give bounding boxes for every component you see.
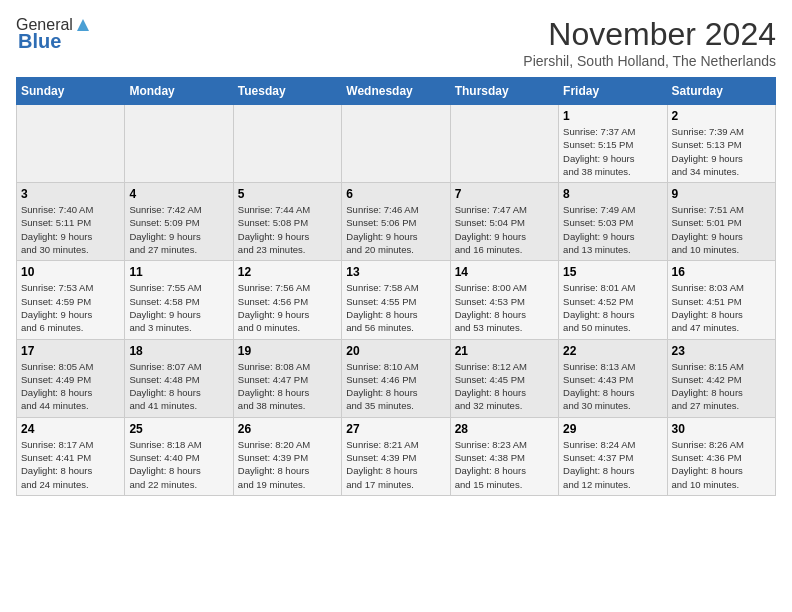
header-saturday: Saturday xyxy=(667,78,775,105)
calendar-cell xyxy=(450,105,558,183)
header-tuesday: Tuesday xyxy=(233,78,341,105)
day-info: Sunrise: 8:00 AM Sunset: 4:53 PM Dayligh… xyxy=(455,281,554,334)
header-monday: Monday xyxy=(125,78,233,105)
calendar-cell: 29Sunrise: 8:24 AM Sunset: 4:37 PM Dayli… xyxy=(559,417,667,495)
calendar-cell: 15Sunrise: 8:01 AM Sunset: 4:52 PM Dayli… xyxy=(559,261,667,339)
svg-marker-0 xyxy=(77,19,89,31)
calendar-cell: 22Sunrise: 8:13 AM Sunset: 4:43 PM Dayli… xyxy=(559,339,667,417)
header-friday: Friday xyxy=(559,78,667,105)
calendar-week-row: 17Sunrise: 8:05 AM Sunset: 4:49 PM Dayli… xyxy=(17,339,776,417)
day-info: Sunrise: 8:17 AM Sunset: 4:41 PM Dayligh… xyxy=(21,438,120,491)
calendar-cell: 30Sunrise: 8:26 AM Sunset: 4:36 PM Dayli… xyxy=(667,417,775,495)
calendar-cell: 11Sunrise: 7:55 AM Sunset: 4:58 PM Dayli… xyxy=(125,261,233,339)
day-info: Sunrise: 7:39 AM Sunset: 5:13 PM Dayligh… xyxy=(672,125,771,178)
calendar-cell: 2Sunrise: 7:39 AM Sunset: 5:13 PM Daylig… xyxy=(667,105,775,183)
day-info: Sunrise: 7:49 AM Sunset: 5:03 PM Dayligh… xyxy=(563,203,662,256)
header-wednesday: Wednesday xyxy=(342,78,450,105)
day-number: 14 xyxy=(455,265,554,279)
calendar-cell: 4Sunrise: 7:42 AM Sunset: 5:09 PM Daylig… xyxy=(125,183,233,261)
day-info: Sunrise: 7:37 AM Sunset: 5:15 PM Dayligh… xyxy=(563,125,662,178)
day-number: 25 xyxy=(129,422,228,436)
calendar-cell: 24Sunrise: 8:17 AM Sunset: 4:41 PM Dayli… xyxy=(17,417,125,495)
day-info: Sunrise: 7:56 AM Sunset: 4:56 PM Dayligh… xyxy=(238,281,337,334)
day-info: Sunrise: 8:24 AM Sunset: 4:37 PM Dayligh… xyxy=(563,438,662,491)
day-info: Sunrise: 7:51 AM Sunset: 5:01 PM Dayligh… xyxy=(672,203,771,256)
calendar-cell: 26Sunrise: 8:20 AM Sunset: 4:39 PM Dayli… xyxy=(233,417,341,495)
day-number: 2 xyxy=(672,109,771,123)
calendar-week-row: 24Sunrise: 8:17 AM Sunset: 4:41 PM Dayli… xyxy=(17,417,776,495)
day-info: Sunrise: 7:55 AM Sunset: 4:58 PM Dayligh… xyxy=(129,281,228,334)
day-info: Sunrise: 7:42 AM Sunset: 5:09 PM Dayligh… xyxy=(129,203,228,256)
calendar-cell: 7Sunrise: 7:47 AM Sunset: 5:04 PM Daylig… xyxy=(450,183,558,261)
day-info: Sunrise: 7:46 AM Sunset: 5:06 PM Dayligh… xyxy=(346,203,445,256)
calendar-cell: 1Sunrise: 7:37 AM Sunset: 5:15 PM Daylig… xyxy=(559,105,667,183)
month-title: November 2024 xyxy=(523,16,776,53)
header-thursday: Thursday xyxy=(450,78,558,105)
calendar-cell xyxy=(233,105,341,183)
day-number: 26 xyxy=(238,422,337,436)
day-info: Sunrise: 8:05 AM Sunset: 4:49 PM Dayligh… xyxy=(21,360,120,413)
day-info: Sunrise: 8:18 AM Sunset: 4:40 PM Dayligh… xyxy=(129,438,228,491)
day-number: 1 xyxy=(563,109,662,123)
day-number: 18 xyxy=(129,344,228,358)
calendar-cell: 18Sunrise: 8:07 AM Sunset: 4:48 PM Dayli… xyxy=(125,339,233,417)
calendar-cell xyxy=(17,105,125,183)
day-number: 30 xyxy=(672,422,771,436)
day-info: Sunrise: 8:21 AM Sunset: 4:39 PM Dayligh… xyxy=(346,438,445,491)
calendar-cell xyxy=(342,105,450,183)
day-number: 11 xyxy=(129,265,228,279)
day-number: 17 xyxy=(21,344,120,358)
day-info: Sunrise: 7:58 AM Sunset: 4:55 PM Dayligh… xyxy=(346,281,445,334)
page-header: General Blue November 2024 Piershil, Sou… xyxy=(16,16,776,69)
calendar-cell: 14Sunrise: 8:00 AM Sunset: 4:53 PM Dayli… xyxy=(450,261,558,339)
calendar-cell: 23Sunrise: 8:15 AM Sunset: 4:42 PM Dayli… xyxy=(667,339,775,417)
calendar-body: 1Sunrise: 7:37 AM Sunset: 5:15 PM Daylig… xyxy=(17,105,776,496)
calendar-cell: 27Sunrise: 8:21 AM Sunset: 4:39 PM Dayli… xyxy=(342,417,450,495)
day-info: Sunrise: 8:03 AM Sunset: 4:51 PM Dayligh… xyxy=(672,281,771,334)
day-info: Sunrise: 8:15 AM Sunset: 4:42 PM Dayligh… xyxy=(672,360,771,413)
day-number: 7 xyxy=(455,187,554,201)
day-number: 21 xyxy=(455,344,554,358)
day-info: Sunrise: 8:07 AM Sunset: 4:48 PM Dayligh… xyxy=(129,360,228,413)
day-info: Sunrise: 8:26 AM Sunset: 4:36 PM Dayligh… xyxy=(672,438,771,491)
day-number: 6 xyxy=(346,187,445,201)
day-info: Sunrise: 7:47 AM Sunset: 5:04 PM Dayligh… xyxy=(455,203,554,256)
calendar-cell: 6Sunrise: 7:46 AM Sunset: 5:06 PM Daylig… xyxy=(342,183,450,261)
calendar-week-row: 10Sunrise: 7:53 AM Sunset: 4:59 PM Dayli… xyxy=(17,261,776,339)
day-number: 23 xyxy=(672,344,771,358)
calendar-week-row: 1Sunrise: 7:37 AM Sunset: 5:15 PM Daylig… xyxy=(17,105,776,183)
day-info: Sunrise: 8:01 AM Sunset: 4:52 PM Dayligh… xyxy=(563,281,662,334)
day-number: 3 xyxy=(21,187,120,201)
day-info: Sunrise: 8:23 AM Sunset: 4:38 PM Dayligh… xyxy=(455,438,554,491)
calendar-week-row: 3Sunrise: 7:40 AM Sunset: 5:11 PM Daylig… xyxy=(17,183,776,261)
calendar-cell: 17Sunrise: 8:05 AM Sunset: 4:49 PM Dayli… xyxy=(17,339,125,417)
header-sunday: Sunday xyxy=(17,78,125,105)
calendar-cell: 12Sunrise: 7:56 AM Sunset: 4:56 PM Dayli… xyxy=(233,261,341,339)
calendar-table: Sunday Monday Tuesday Wednesday Thursday… xyxy=(16,77,776,496)
calendar-cell: 8Sunrise: 7:49 AM Sunset: 5:03 PM Daylig… xyxy=(559,183,667,261)
calendar-cell: 5Sunrise: 7:44 AM Sunset: 5:08 PM Daylig… xyxy=(233,183,341,261)
day-info: Sunrise: 8:12 AM Sunset: 4:45 PM Dayligh… xyxy=(455,360,554,413)
location-text: Piershil, South Holland, The Netherlands xyxy=(523,53,776,69)
day-info: Sunrise: 8:08 AM Sunset: 4:47 PM Dayligh… xyxy=(238,360,337,413)
day-number: 12 xyxy=(238,265,337,279)
calendar-cell: 10Sunrise: 7:53 AM Sunset: 4:59 PM Dayli… xyxy=(17,261,125,339)
day-number: 19 xyxy=(238,344,337,358)
calendar-cell: 25Sunrise: 8:18 AM Sunset: 4:40 PM Dayli… xyxy=(125,417,233,495)
day-number: 24 xyxy=(21,422,120,436)
calendar-cell: 3Sunrise: 7:40 AM Sunset: 5:11 PM Daylig… xyxy=(17,183,125,261)
calendar-cell: 19Sunrise: 8:08 AM Sunset: 4:47 PM Dayli… xyxy=(233,339,341,417)
calendar-cell: 16Sunrise: 8:03 AM Sunset: 4:51 PM Dayli… xyxy=(667,261,775,339)
day-number: 16 xyxy=(672,265,771,279)
day-number: 29 xyxy=(563,422,662,436)
calendar-cell: 28Sunrise: 8:23 AM Sunset: 4:38 PM Dayli… xyxy=(450,417,558,495)
day-number: 8 xyxy=(563,187,662,201)
logo-blue-text: Blue xyxy=(18,30,61,53)
day-number: 22 xyxy=(563,344,662,358)
calendar-cell: 9Sunrise: 7:51 AM Sunset: 5:01 PM Daylig… xyxy=(667,183,775,261)
logo: General Blue xyxy=(16,16,91,53)
title-section: November 2024 Piershil, South Holland, T… xyxy=(523,16,776,69)
day-info: Sunrise: 7:53 AM Sunset: 4:59 PM Dayligh… xyxy=(21,281,120,334)
day-number: 4 xyxy=(129,187,228,201)
day-number: 28 xyxy=(455,422,554,436)
